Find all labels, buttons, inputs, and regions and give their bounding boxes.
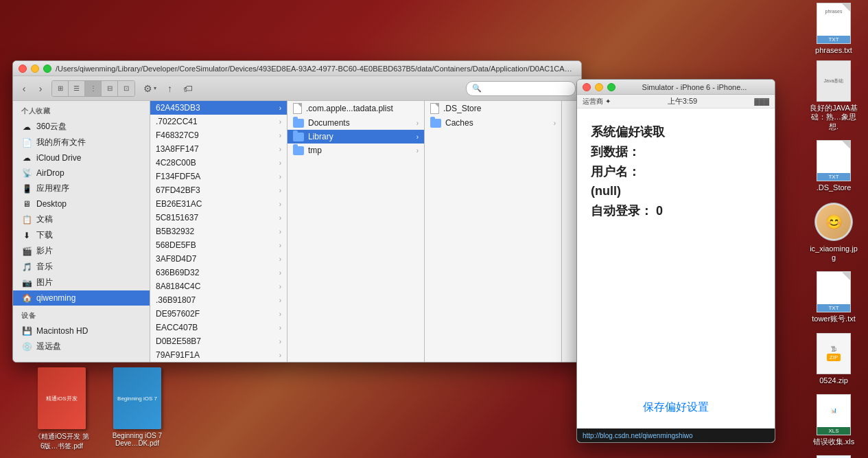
sidebar-item-home[interactable]: 🏠 qiwenming — [13, 290, 150, 306]
file-icon — [293, 103, 302, 114]
sidebar-item-photos[interactable]: 📷 图片 — [13, 275, 150, 290]
column1-item[interactable]: 4C28C00B› — [150, 156, 287, 170]
sidebar-item-apps[interactable]: 📱 应用程序 — [13, 181, 150, 196]
column1-item[interactable]: .36B91807› — [150, 293, 287, 307]
sidebar-item-macintosh[interactable]: 💾 Macintosh HD — [13, 323, 150, 339]
book-ios[interactable]: 精通iOS开发 《精通iOS开发 第6版…书签.pdf — [34, 367, 89, 451]
finder-column-2: .com.apple...tadata.plistDocuments›Libra… — [288, 101, 425, 362]
column3-item[interactable]: .DS_Store — [425, 101, 561, 116]
desktop-icon-label-tower: tower账号.txt — [812, 314, 856, 323]
sidebar-item-label: 360云盘 — [36, 121, 67, 133]
minimize-button[interactable] — [31, 65, 39, 73]
column-item-label: 8A8184C4C — [156, 282, 200, 291]
bottom-books: 精通iOS开发 《精通iOS开发 第6版…书签.pdf Beginning iO… — [34, 367, 165, 451]
sidebar-item-icloud[interactable]: ☁ iCloud Drive — [13, 150, 150, 165]
back-button[interactable]: ‹ — [19, 83, 30, 94]
maximize-button[interactable] — [43, 65, 51, 73]
view-icon[interactable]: ⊞ — [52, 81, 69, 96]
chevron-right-icon: › — [279, 201, 281, 208]
close-button[interactable] — [19, 65, 27, 73]
desktop-icon-phrases-txt[interactable]: phrases TXT phrases.txt — [806, 0, 861, 58]
column1-item[interactable]: 568DE5FB› — [150, 238, 287, 252]
finder-column-1: 62A453DB3›.7022CC41›F468327C9›13A8FF147›… — [150, 101, 288, 362]
sidebar-item-all-files[interactable]: 📄 我的所有文件 — [13, 135, 150, 150]
column1-item[interactable]: 67FD42BF3› — [150, 183, 287, 197]
share-icon: ↑ — [167, 83, 172, 94]
column1-item[interactable]: 3AF8D4D7› — [150, 252, 287, 266]
column1-item[interactable]: EB26E31AC› — [150, 197, 287, 211]
sidebar-item-360yun[interactable]: ☁ 360云盘 — [13, 119, 150, 135]
sidebar-item-downloads[interactable]: ⬇ 下载 — [13, 227, 150, 243]
column1-item[interactable]: F468327C9› — [150, 128, 287, 142]
action-button[interactable]: ⚙ ▾ — [141, 82, 159, 95]
sim-maximize-button[interactable] — [607, 83, 615, 91]
sim-close-button[interactable] — [583, 83, 591, 91]
desktop-icon-table-gif[interactable]: 🖼 GIF table.gif — [806, 453, 861, 458]
finder-titlebar: /Users/qiwenming/Library/Developer/CoreS… — [13, 61, 581, 76]
column1-item[interactable]: 13A8FF147› — [150, 142, 287, 156]
sidebar-item-label: AirDrop — [36, 168, 64, 178]
column1-item[interactable]: D0B2E58B7› — [150, 334, 287, 348]
phone-frame: 运营商 ✦ 上午3:59 ▓▓▓ 系统偏好读取 到数据： 用户名： (null)… — [577, 95, 775, 442]
column2-item[interactable]: Library› — [288, 130, 424, 144]
sidebar-item-documents[interactable]: 📋 文稿 — [13, 211, 150, 227]
column1-item[interactable]: EACC407B› — [150, 321, 287, 334]
desktop-icon-label-xls: 错误收集.xls — [813, 437, 855, 446]
column1-item[interactable]: F134FDF5A› — [150, 170, 287, 183]
sidebar-item-movies[interactable]: 🎬 影片 — [13, 243, 150, 259]
column-item-label: 62A453DB3 — [156, 103, 200, 113]
desktop-icon-zip[interactable]: 🗜 ZIP 0524.zip — [806, 330, 861, 388]
column-item-label: 568DE5FB — [156, 240, 196, 250]
column-item-label: .36B91807 — [156, 295, 196, 305]
column1-item[interactable]: 8A8184C4C› — [150, 279, 287, 293]
sidebar-item-music[interactable]: 🎵 音乐 — [13, 259, 150, 275]
column-item-label: 67FD42BF3 — [156, 185, 200, 195]
sim-minimize-button[interactable] — [595, 83, 603, 91]
column2-item[interactable]: .com.apple...tadata.plist — [288, 101, 424, 116]
column1-item[interactable]: B5B32932› — [150, 225, 287, 238]
photos-icon: 📷 — [21, 277, 32, 288]
column2-item[interactable]: Documents› — [288, 116, 424, 130]
sidebar-item-airdrop[interactable]: 📡 AirDrop — [13, 165, 150, 181]
column2-item[interactable]: tmp› — [288, 144, 424, 157]
desktop-icon-tower-txt[interactable]: TXT tower账号.txt — [806, 268, 861, 326]
column1-item[interactable]: 636B69D32› — [150, 266, 287, 279]
column1-item[interactable]: .7022CC41› — [150, 115, 287, 128]
share-button[interactable]: ↑ — [165, 82, 175, 95]
finder-path: /Users/qiwenming/Library/Developer/CoreS… — [56, 65, 576, 73]
sidebar-item-label: 应用程序 — [36, 183, 69, 194]
search-box[interactable]: 🔍 — [466, 81, 576, 96]
tag-button[interactable]: 🏷 — [180, 82, 196, 95]
airdrop-icon: 📡 — [21, 168, 32, 179]
column1-item[interactable]: 62A453DB3› — [150, 101, 287, 115]
save-preferences-button[interactable]: 保存偏好设置 — [643, 400, 709, 415]
view-column[interactable]: ⋮ — [85, 81, 102, 96]
cloud-icon: ☁ — [21, 122, 32, 133]
desktop-icon-xls[interactable]: 📊 XLS 错误收集.xls — [806, 391, 861, 449]
view-cover[interactable]: ⊟ — [102, 81, 118, 96]
forward-button[interactable]: › — [35, 83, 46, 94]
finder-toolbar: ‹ › ⊞ ☰ ⋮ ⊟ ⊡ ⚙ ▾ ↑ 🏷 🔍 — [13, 76, 581, 101]
column1-item[interactable]: 79AF91F1A› — [150, 348, 287, 362]
chevron-right-icon: › — [279, 104, 281, 112]
desktop-icon-ds-store[interactable]: TXT .DS_Store — [806, 137, 861, 195]
finder-sidebar: 个人收藏 ☁ 360云盘 📄 我的所有文件 ☁ iCloud Drive 📡 A… — [13, 101, 150, 362]
simulator-url-bar: http://blog.csdn.net/qiwenmingshiwo — [577, 428, 775, 442]
chevron-right-icon: › — [279, 132, 281, 139]
view-list[interactable]: ☰ — [69, 81, 85, 96]
column3-item[interactable]: Caches› — [425, 116, 561, 130]
sidebar-item-disk2[interactable]: 💿 遥远盘 — [13, 339, 150, 354]
column1-item[interactable]: 5C8151637› — [150, 211, 287, 225]
phone-text-block: 系统偏好读取 到数据： 用户名： (null) 自动登录： 0 — [591, 122, 761, 221]
book-label-ios: 《精通iOS开发 第6版…书签.pdf — [34, 432, 89, 451]
folder-icon — [293, 133, 304, 141]
column1-item[interactable]: DE957602F› — [150, 307, 287, 321]
desktop-icon-avatar[interactable]: 😊 ic_xiaoming.jpg — [806, 198, 861, 265]
desktop-icon-java[interactable]: Java基础 良好的JAVA基础：熟…象思想. — [806, 58, 861, 134]
view-flow[interactable]: ⊡ — [118, 81, 134, 96]
sidebar-item-label: Desktop — [36, 199, 67, 209]
book-ios7[interactable]: Beginning iOS 7 Beginning iOS 7 Deve…DK.… — [110, 367, 165, 451]
sidebar-item-label: iCloud Drive — [36, 153, 81, 163]
sidebar-item-desktop[interactable]: 🖥 Desktop — [13, 196, 150, 211]
folder-icon — [293, 146, 304, 155]
